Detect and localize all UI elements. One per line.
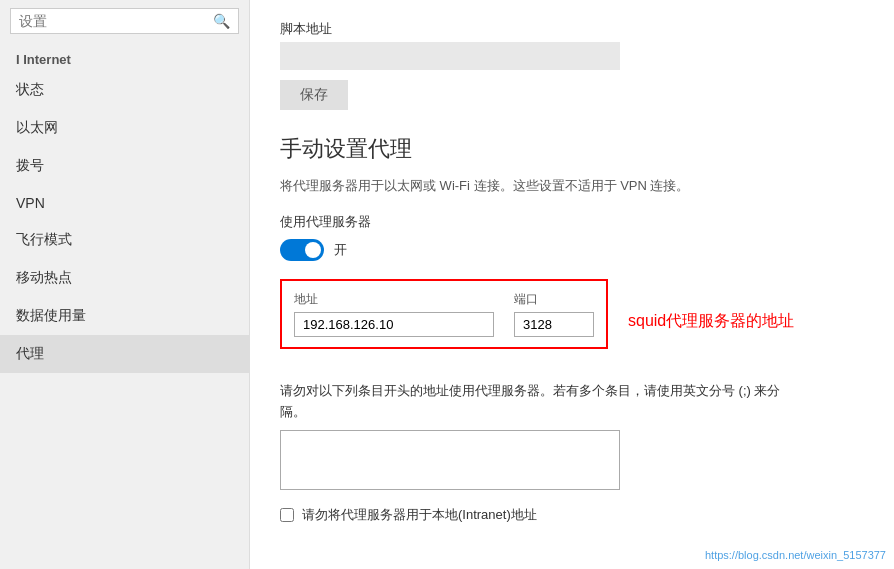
sidebar: 🔍 I Internet 状态 以太网 拨号 VPN 飞行模式 移动热点 数据使… [0,0,250,569]
exceptions-textarea[interactable] [280,430,620,490]
sidebar-item-proxy[interactable]: 代理 [0,335,249,373]
manual-proxy-description: 将代理服务器用于以太网或 Wi-Fi 连接。这些设置不适用于 VPN 连接。 [280,176,864,197]
sidebar-item-ethernet[interactable]: 以太网 [0,109,249,147]
sidebar-group-prefix: I [16,52,20,67]
address-section: 地址 [294,291,494,337]
sidebar-item-vpn[interactable]: VPN [0,185,249,221]
script-address-label: 脚本地址 [280,20,864,38]
search-icon: 🔍 [213,13,230,29]
sidebar-group-internet: I Internet [0,42,249,71]
main-content: 脚本地址 保存 手动设置代理 将代理服务器用于以太网或 Wi-Fi 连接。这些设… [250,0,894,569]
exceptions-description: 请勿对以下列条目开头的地址使用代理服务器。若有多个条目，请使用英文分号 (;) … [280,381,800,423]
port-section: 端口 [514,291,594,337]
watermark: https://blog.csdn.net/weixin_5157377 [705,549,886,561]
port-label: 端口 [514,291,594,308]
proxy-toggle-label: 使用代理服务器 [280,213,864,231]
squid-annotation: squid代理服务器的地址 [628,311,794,332]
sidebar-nav: I Internet 状态 以太网 拨号 VPN 飞行模式 移动热点 数据使用量… [0,42,249,569]
toggle-on-label: 开 [334,241,347,259]
port-input[interactable] [514,312,594,337]
sidebar-item-airplane[interactable]: 飞行模式 [0,221,249,259]
address-port-row: 地址 端口 squid代理服务器的地址 [280,279,864,365]
sidebar-item-dialup[interactable]: 拨号 [0,147,249,185]
search-input[interactable] [19,13,213,29]
local-checkbox[interactable] [280,508,294,522]
sidebar-item-status[interactable]: 状态 [0,71,249,109]
address-input[interactable] [294,312,494,337]
proxy-toggle[interactable] [280,239,324,261]
sidebar-item-data-usage[interactable]: 数据使用量 [0,297,249,335]
search-box[interactable]: 🔍 [10,8,239,34]
sidebar-item-hotspot[interactable]: 移动热点 [0,259,249,297]
address-port-container: 地址 端口 [280,279,608,349]
save-button[interactable]: 保存 [280,80,348,110]
local-checkbox-row: 请勿将代理服务器用于本地(Intranet)地址 [280,506,864,524]
local-checkbox-label: 请勿将代理服务器用于本地(Intranet)地址 [302,506,537,524]
script-address-input[interactable] [280,42,620,70]
address-label: 地址 [294,291,494,308]
toggle-row: 开 [280,239,864,261]
manual-proxy-title: 手动设置代理 [280,134,864,164]
